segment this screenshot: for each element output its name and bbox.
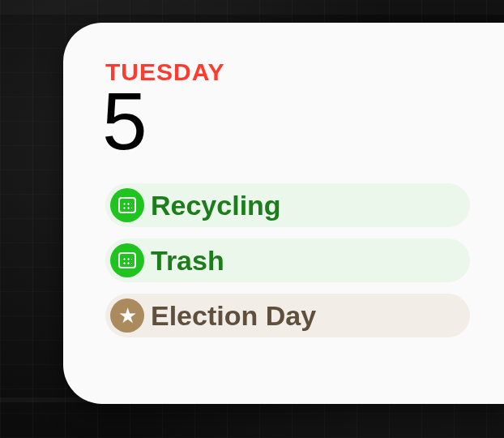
event-row[interactable]: ★ Election Day — [105, 294, 470, 337]
calendar-icon — [110, 188, 144, 222]
event-list: Recycling Trash ★ Election Day — [105, 183, 504, 337]
day-number: 5 — [102, 84, 504, 157]
day-name: TUESDAY — [105, 58, 504, 86]
event-title: Trash — [151, 245, 224, 277]
event-row[interactable]: Recycling — [105, 183, 470, 227]
calendar-icon — [110, 243, 144, 277]
event-title: Election Day — [151, 300, 316, 332]
star-icon: ★ — [110, 298, 144, 333]
event-row[interactable]: Trash — [105, 238, 470, 282]
calendar-widget[interactable]: TUESDAY 5 Recycling Trash ★ Election Day — [63, 23, 504, 404]
event-title: Recycling — [151, 190, 281, 221]
